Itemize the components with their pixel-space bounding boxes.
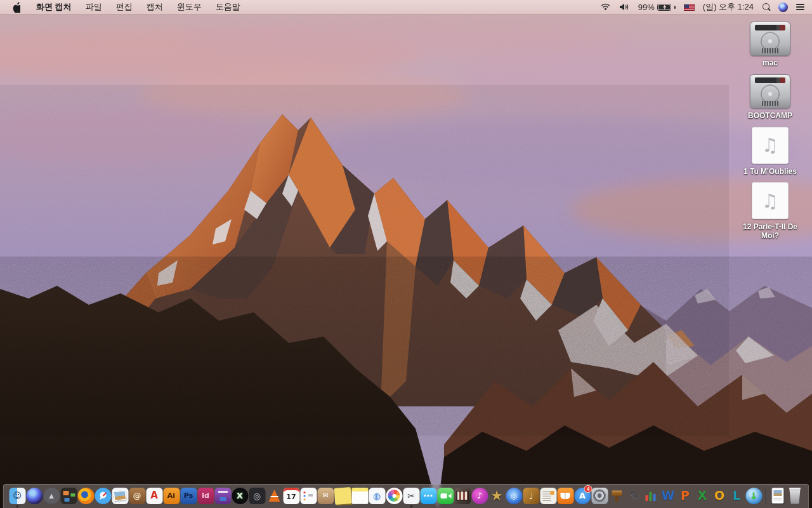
running-indicator [16, 505, 18, 507]
dock: ☺ ▲ [3, 484, 809, 508]
desktop-drive-bootcamp[interactable]: BOOTCAMP [733, 74, 808, 121]
desktop-icon-label: 1 Tu M'Oublies [743, 168, 797, 177]
apple-menu[interactable] [8, 0, 29, 14]
dock-powerpoint[interactable]: P [677, 487, 694, 505]
dock-media-compass-app[interactable]: ◍ [369, 487, 386, 505]
notification-badge: 4 [584, 485, 593, 493]
dock-photo-booth[interactable] [454, 487, 471, 505]
dock-photoshop[interactable]: Ps [180, 487, 197, 505]
menu-help[interactable]: 도움말 [209, 0, 247, 14]
dock-preview[interactable] [112, 487, 129, 505]
dock-illustrator[interactable]: Ai [163, 487, 180, 505]
dock-news-app[interactable] [540, 487, 557, 505]
menu-window[interactable]: 윈도우 [170, 0, 209, 14]
dock-imovie-star[interactable]: ★ [488, 487, 506, 505]
dock-document-file[interactable] [769, 487, 787, 505]
desktop-icon-label: mac [763, 59, 778, 68]
desktop-icon-art: ♫ [752, 182, 789, 219]
menu-edit[interactable]: 편집 [109, 0, 140, 14]
desktop-drive-mac[interactable]: mac [733, 22, 808, 68]
apple-logo-icon [11, 2, 20, 13]
wifi-icon[interactable] [600, 3, 611, 11]
dock-mission-control[interactable] [60, 487, 77, 505]
dock-divider [766, 487, 766, 505]
dock-app-store[interactable]: A 4 [574, 487, 591, 505]
dock-x-app[interactable]: X [232, 487, 249, 505]
dock-excel[interactable]: X [694, 487, 711, 505]
music-note-icon: ♫ [762, 190, 779, 212]
desktop-icon-art [750, 74, 790, 109]
desktop-audio-file-2[interactable]: ♫ 12 Parle-T-Il De Moi? [733, 182, 808, 241]
desktop-icon-column: mac BOOTCAMP ♫ 1 Tu M'Oublies ♫ 12 Parle… [731, 22, 809, 247]
dock-firefox[interactable] [77, 487, 95, 505]
dock-notes[interactable] [351, 487, 369, 505]
dock-indesign[interactable]: Id [197, 487, 214, 505]
battery-icon [657, 4, 671, 11]
siri-menu-icon[interactable] [778, 3, 788, 12]
dock-toast[interactable] [214, 487, 232, 505]
volume-icon[interactable] [619, 3, 630, 11]
dock-reminders[interactable]: ≡ [300, 487, 317, 505]
dock-download-manager[interactable]: ↓ [745, 487, 763, 505]
music-note-icon: ♫ [762, 134, 779, 156]
spotlight-search-icon[interactable] [762, 3, 770, 11]
dock-system-preferences[interactable] [591, 487, 608, 505]
input-source-us-flag-icon[interactable] [684, 4, 695, 11]
dock-stickies[interactable] [334, 487, 351, 505]
dock-lync[interactable]: L [728, 487, 745, 505]
dock-disc-app[interactable]: ◎ [249, 487, 266, 505]
desktop-icon-label: BOOTCAMP [748, 112, 792, 121]
dock-acrobat[interactable]: A [146, 487, 163, 505]
desktop-audio-file-1[interactable]: ♫ 1 Tu M'Oublies [733, 127, 808, 177]
app-menu-screen-capture[interactable]: 화면 캡처 [29, 0, 79, 14]
dock-pages[interactable]: ✎ [625, 487, 643, 505]
dock-screen-capture-grab[interactable]: ✂ [403, 487, 420, 505]
running-indicator [410, 505, 412, 507]
menu-file[interactable]: 파일 [79, 0, 109, 14]
dock-facetime[interactable] [437, 487, 454, 505]
dock-address-book[interactable]: @ [129, 487, 146, 505]
desktop-icon-art [750, 22, 790, 56]
dock-dvd-app[interactable]: ◎ [506, 487, 523, 505]
dock-word[interactable]: W [660, 487, 677, 505]
wallpaper-sierra-mountain [0, 0, 812, 508]
dock-photos[interactable] [386, 487, 403, 505]
dock-finder[interactable]: ☺ [9, 487, 26, 505]
dock-trash[interactable] [787, 487, 804, 505]
battery-percent: 99% [638, 3, 655, 12]
dock-archive-utility[interactable]: ✉ [317, 487, 334, 505]
menu-clock[interactable]: (일) 오후 1:24 [703, 1, 754, 13]
dock-messages[interactable]: … [420, 487, 437, 505]
dock-calendar[interactable]: 17 [283, 487, 300, 505]
desktop-icon-art: ♫ [752, 127, 789, 164]
dock-itunes[interactable]: ♪ [471, 487, 488, 505]
dock-siri[interactable] [26, 487, 43, 505]
dock-garageband[interactable]: ♩ [523, 487, 540, 505]
dock-keynote[interactable] [608, 487, 625, 505]
battery-status[interactable]: 99% [638, 3, 676, 12]
menu-capture[interactable]: 캡처 [140, 0, 170, 14]
dock-vlc[interactable] [266, 487, 283, 505]
dock-numbers[interactable] [643, 487, 660, 505]
dock-ibooks[interactable] [557, 487, 574, 505]
app-menus: 화면 캡처 파일 편집 캡처 윈도우 도움말 [29, 0, 247, 14]
dock-safari[interactable] [95, 487, 112, 505]
dock-outlook[interactable]: O [711, 487, 728, 505]
dock-launchpad[interactable]: ▲ [43, 487, 60, 505]
desktop: 화면 캡처 파일 편집 캡처 윈도우 도움말 [0, 0, 812, 508]
desktop-icon-label: 12 Parle-T-Il De Moi? [735, 223, 806, 241]
notification-center-icon[interactable] [796, 4, 804, 10]
menu-bar: 화면 캡처 파일 편집 캡처 윈도우 도움말 [0, 0, 812, 15]
